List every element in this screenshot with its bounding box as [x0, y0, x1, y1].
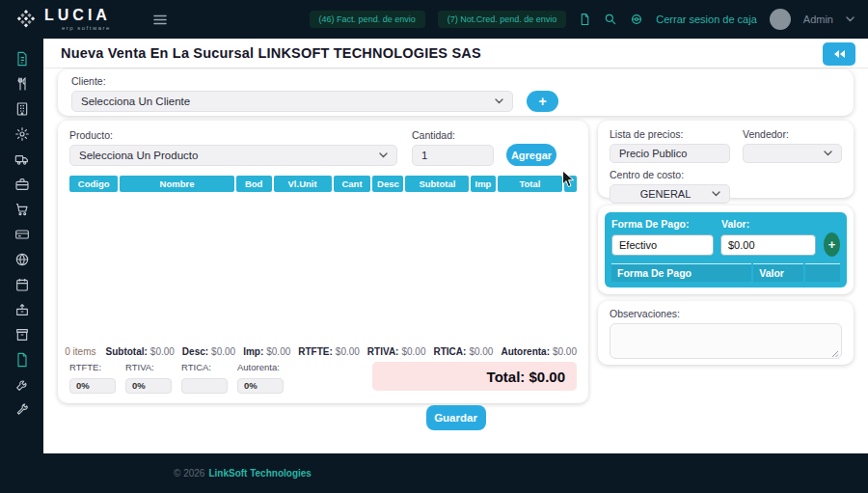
- payment-col-method: Forma De Pago: [611, 263, 751, 282]
- col-imp: Imp: [471, 176, 495, 192]
- col-subtotal: Subtotal: [405, 176, 469, 192]
- rtiva-input-label: RTIVA:: [125, 362, 172, 372]
- client-select[interactable]: Selecciona Un Cliente: [71, 91, 513, 112]
- rtfte-value: $0.00: [336, 346, 360, 357]
- price-list-input[interactable]: [610, 144, 730, 163]
- close-register-link[interactable]: Cerrar sesion de caja: [656, 14, 757, 25]
- quantity-label: Cantidad:: [412, 129, 494, 141]
- client-label: Cliente:: [71, 75, 840, 87]
- sidebar-item-company[interactable]: [14, 100, 30, 117]
- price-list-label: Lista de precios:: [610, 128, 730, 140]
- sidebar-item-purchases[interactable]: [14, 201, 30, 217]
- restaurant-icon: [14, 76, 30, 92]
- col-vlunit: Vl.Unit: [274, 176, 332, 192]
- payment-card: Forma De Pago: Valor: + Forma De Pago Va…: [598, 205, 854, 294]
- cart-icon: [14, 202, 30, 217]
- autorenta-input[interactable]: [237, 378, 284, 394]
- calendar-icon: [14, 277, 30, 292]
- quantity-input[interactable]: [412, 145, 494, 166]
- avatar[interactable]: [770, 9, 791, 30]
- copyright-text: © 2026: [174, 468, 204, 479]
- sidebar-item-dispatch[interactable]: [14, 301, 30, 317]
- rtica-value: $0.00: [469, 346, 493, 357]
- menu-toggle-button[interactable]: [153, 14, 167, 25]
- vendor-label: Vendedor:: [743, 128, 842, 140]
- sidebar-item-restaurant[interactable]: [14, 75, 30, 92]
- items-table-body: [69, 192, 577, 346]
- sidebar-item-web[interactable]: [14, 251, 30, 267]
- sidebar-item-documents[interactable]: [14, 351, 30, 368]
- sidebar-item-portfolio[interactable]: [14, 176, 30, 192]
- client-select-value: Selecciona Un Cliente: [81, 96, 190, 107]
- subtotal-value: $0.00: [150, 346, 175, 357]
- vendor-select[interactable]: [743, 144, 842, 163]
- grand-total: Total: $0.00: [372, 362, 577, 391]
- brand-logo[interactable]: LUCIA erp software: [14, 7, 111, 32]
- box-upload-icon: [14, 302, 30, 317]
- col-nombre: Nombre: [120, 176, 233, 192]
- hamburger-icon: [153, 14, 167, 25]
- brand-diamond-icon: [14, 7, 39, 32]
- truck-icon: [14, 151, 30, 167]
- title-bar: Nueva Venta En La Sucursal LINKSOFT TECH…: [43, 39, 868, 68]
- col-cant: Cant: [334, 176, 371, 192]
- cost-center-select[interactable]: GENERAL: [610, 184, 730, 204]
- sidebar-item-tools[interactable]: [14, 376, 30, 393]
- add-client-button[interactable]: +: [527, 91, 558, 112]
- sidebar-item-logistics[interactable]: [14, 151, 30, 167]
- sidebar-item-invoicing[interactable]: [14, 50, 30, 67]
- observations-textarea[interactable]: [610, 323, 842, 359]
- archive-icon: [14, 327, 30, 342]
- rtica-input-label: RTICA:: [181, 362, 228, 372]
- save-button[interactable]: Guardar: [426, 405, 486, 430]
- cost-center-label: Centro de costo:: [610, 169, 730, 180]
- rtica-label: RTICA:: [433, 346, 466, 357]
- documents-button[interactable]: [579, 13, 591, 26]
- payment-method-input[interactable]: [611, 234, 714, 256]
- user-menu[interactable]: Admin: [803, 14, 833, 25]
- autorenta-input-label: Autorenta:: [237, 362, 284, 372]
- page-title: Nueva Venta En La Sucursal LINKSOFT TECH…: [61, 45, 481, 61]
- sidebar-item-payments[interactable]: [14, 226, 30, 242]
- sidebar-item-inventory[interactable]: [14, 326, 30, 342]
- add-payment-button[interactable]: +: [824, 233, 840, 257]
- wrench-icon: [14, 402, 30, 418]
- col-codigo: Codigo: [69, 176, 118, 192]
- rtiva-input[interactable]: [125, 378, 172, 394]
- plus-icon: +: [538, 94, 546, 109]
- add-product-button[interactable]: Agregar: [506, 144, 556, 166]
- col-actions: [564, 176, 577, 192]
- product-select-value: Selecciona Un Producto: [79, 150, 198, 161]
- observations-label: Observaciones:: [610, 308, 842, 319]
- building-icon: [14, 101, 30, 117]
- pending-credit-notes-badge[interactable]: (7) Not.Cred. pend. de envio: [438, 11, 567, 28]
- payment-col-value: Valor: [753, 263, 803, 282]
- payment-value-label: Valor:: [721, 218, 749, 230]
- payment-value-input[interactable]: [720, 234, 816, 256]
- sidebar-item-calendar[interactable]: [14, 276, 30, 292]
- product-select[interactable]: Selecciona Un Producto: [69, 145, 397, 166]
- top-navbar: LUCIA erp software (46) Fact. pend. de e…: [0, 0, 868, 39]
- search-icon: [604, 13, 617, 26]
- sidebar-item-settings[interactable]: [14, 125, 30, 142]
- sidebar-item-maintenance[interactable]: [14, 401, 30, 418]
- rtica-input[interactable]: [181, 378, 228, 394]
- tools-icon: [14, 377, 30, 393]
- brand-name: LUCIA: [44, 8, 111, 23]
- globe-icon: [14, 252, 30, 267]
- plus-icon: +: [828, 237, 836, 252]
- rtiva-value: $0.00: [401, 346, 425, 357]
- company-link[interactable]: LinkSoft Technologies: [208, 468, 311, 479]
- client-card: Cliente: Selecciona Un Cliente +: [58, 69, 854, 116]
- file-icon: [14, 352, 30, 368]
- chevron-down-icon: [495, 98, 503, 104]
- gear-icon: [630, 13, 643, 26]
- col-total: Total: [498, 176, 563, 192]
- chevron-down-icon: [712, 191, 720, 197]
- settings-button[interactable]: [630, 13, 643, 26]
- credit-card-icon: [14, 227, 30, 242]
- rtfte-input[interactable]: [69, 378, 116, 394]
- pending-invoices-badge[interactable]: (46) Fact. pend. de envio: [310, 11, 425, 28]
- search-button[interactable]: [604, 13, 617, 26]
- collapse-panel-button[interactable]: [823, 42, 855, 66]
